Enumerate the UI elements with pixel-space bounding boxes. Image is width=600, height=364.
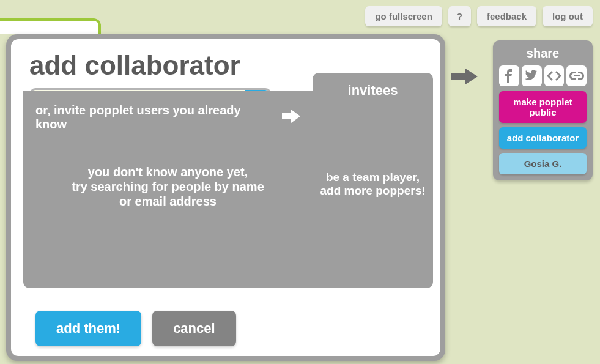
share-icons-row <box>499 65 587 86</box>
cancel-button[interactable]: cancel <box>152 311 236 346</box>
svg-marker-3 <box>282 110 300 123</box>
invitees-line-2: add more poppers! <box>313 184 433 198</box>
invitees-column: invitees be a team player, add more popp… <box>313 73 433 288</box>
invitees-line-1: be a team player, <box>313 171 433 184</box>
known-users-column: or, invite popplet users you already kno… <box>23 91 313 288</box>
invite-known-label: or, invite popplet users you already kno… <box>35 103 275 132</box>
invitees-title: invitees <box>320 83 426 98</box>
embed-icon[interactable] <box>544 65 565 86</box>
user-button[interactable]: Gosia G. <box>499 153 587 174</box>
arrow-right-icon <box>282 110 300 126</box>
arrow-right-icon <box>451 67 481 88</box>
top-nav: go fullscreen ? feedback log out <box>365 6 593 26</box>
background-decoration <box>0 18 101 34</box>
feedback-button[interactable]: feedback <box>477 6 536 26</box>
share-panel: share make popplet public add collaborat… <box>493 40 593 180</box>
share-title: share <box>499 46 587 61</box>
link-icon[interactable] <box>566 65 587 86</box>
add-collaborator-modal: add collaborator or, invite popplet user… <box>6 34 445 361</box>
facebook-icon[interactable] <box>499 65 519 86</box>
modal-footer: add them! cancel <box>35 311 236 346</box>
empty-line-3: or email address <box>23 194 313 209</box>
fullscreen-button[interactable]: go fullscreen <box>365 6 442 26</box>
add-collaborator-button[interactable]: add collaborator <box>499 127 587 149</box>
logout-button[interactable]: log out <box>543 6 593 26</box>
make-public-button[interactable]: make popplet public <box>499 91 587 123</box>
empty-known-message: you don't know anyone yet, try searching… <box>23 165 313 209</box>
modal-body: or, invite popplet users you already kno… <box>23 91 433 288</box>
twitter-icon[interactable] <box>522 65 542 86</box>
invite-known-row[interactable]: or, invite popplet users you already kno… <box>35 103 300 132</box>
modal-inner: add collaborator or, invite popplet user… <box>11 39 440 356</box>
empty-line-2: try searching for people by name <box>23 179 313 194</box>
help-button[interactable]: ? <box>448 6 471 26</box>
invitees-empty-message: be a team player, add more poppers! <box>313 171 433 198</box>
svg-marker-0 <box>451 69 478 84</box>
add-them-button[interactable]: add them! <box>35 311 141 346</box>
empty-line-1: you don't know anyone yet, <box>23 165 313 179</box>
